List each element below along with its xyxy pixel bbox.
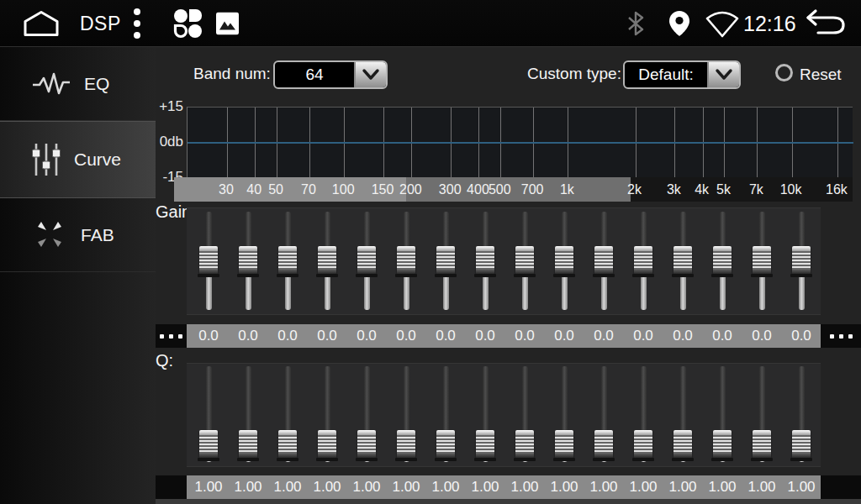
- chevron-down-icon[interactable]: [707, 62, 739, 87]
- slider-knob[interactable]: [515, 246, 534, 275]
- slider-knob[interactable]: [594, 430, 613, 459]
- gain-value: 0.0: [712, 324, 732, 348]
- frequency-tick-label: 3k: [667, 177, 681, 202]
- slider-knob-flange: [632, 458, 654, 461]
- back-icon[interactable]: [801, 7, 847, 40]
- q-slider[interactable]: [670, 363, 695, 467]
- gain-slider[interactable]: [196, 207, 221, 315]
- slider-track-upper: [720, 366, 726, 430]
- slider-knob[interactable]: [239, 430, 257, 459]
- slider-knob[interactable]: [753, 246, 771, 275]
- sidebar-item-curve[interactable]: Curve: [0, 121, 156, 198]
- frequency-tick-label: 7k: [749, 177, 763, 202]
- slider-knob[interactable]: [594, 246, 613, 275]
- slider-knob-flange: [751, 274, 773, 277]
- gain-slider[interactable]: [512, 207, 537, 315]
- slider-knob[interactable]: [397, 246, 415, 275]
- q-slider[interactable]: [275, 363, 300, 467]
- slider-knob[interactable]: [634, 246, 652, 275]
- bottom-scroll-bar[interactable]: [156, 499, 861, 504]
- gain-slider[interactable]: [552, 207, 577, 315]
- gain-slider[interactable]: [591, 207, 616, 315]
- q-slider[interactable]: [552, 363, 577, 467]
- q-slider[interactable]: [196, 363, 221, 467]
- slider-knob[interactable]: [555, 430, 573, 459]
- more-bands-left-button[interactable]: [156, 324, 187, 348]
- slider-knob[interactable]: [673, 246, 692, 275]
- slider-knob[interactable]: [239, 246, 257, 275]
- slider-knob[interactable]: [515, 430, 534, 459]
- gain-value: 0.0: [198, 324, 219, 348]
- gain-slider[interactable]: [394, 207, 419, 315]
- overflow-menu-icon[interactable]: [133, 8, 141, 39]
- slider-knob[interactable]: [436, 430, 455, 459]
- gallery-icon[interactable]: [216, 12, 239, 34]
- gain-slider[interactable]: [710, 207, 735, 315]
- slider-knob[interactable]: [278, 430, 297, 459]
- q-slider[interactable]: [314, 363, 340, 467]
- gain-slider[interactable]: [354, 207, 379, 315]
- slider-knob-flange: [277, 274, 298, 277]
- slider-knob[interactable]: [436, 246, 455, 275]
- slider-track-upper: [641, 366, 647, 430]
- gain-slider[interactable]: [235, 207, 261, 315]
- q-slider[interactable]: [789, 363, 814, 467]
- gain-slider[interactable]: [631, 207, 656, 315]
- frequency-tick-label: 400: [467, 177, 489, 202]
- apps-icon[interactable]: [171, 7, 204, 40]
- sidebar-item-fab[interactable]: FAB: [0, 198, 156, 272]
- band-num-select[interactable]: 64: [273, 60, 388, 89]
- q-value: 1.00: [747, 475, 775, 499]
- gain-value: 0.0: [791, 324, 811, 348]
- q-slider[interactable]: [473, 363, 498, 467]
- slider-track-lower: [285, 276, 291, 310]
- slider-knob[interactable]: [318, 430, 336, 459]
- q-slider[interactable]: [631, 363, 656, 467]
- slider-knob[interactable]: [357, 430, 376, 459]
- slider-knob[interactable]: [199, 246, 218, 275]
- slider-knob-flange: [632, 274, 654, 277]
- slider-knob-flange: [790, 274, 812, 277]
- gain-slider[interactable]: [789, 207, 814, 315]
- custom-type-select[interactable]: Default:: [623, 60, 741, 89]
- slider-knob[interactable]: [278, 246, 297, 275]
- gain-value: 0.0: [396, 324, 416, 348]
- chevron-down-icon[interactable]: [354, 62, 386, 87]
- gain-slider[interactable]: [670, 207, 695, 315]
- gain-slider[interactable]: [275, 207, 300, 315]
- slider-knob[interactable]: [199, 430, 218, 459]
- reset-radio[interactable]: [775, 64, 793, 81]
- slider-knob[interactable]: [476, 430, 494, 459]
- gain-slider[interactable]: [314, 207, 340, 315]
- slider-knob[interactable]: [634, 430, 652, 459]
- q-value: 1.00: [234, 475, 261, 499]
- gain-slider[interactable]: [473, 207, 498, 315]
- home-icon[interactable]: [22, 9, 61, 37]
- sidebar-item-eq[interactable]: EQ: [0, 47, 156, 121]
- slider-knob-flange: [553, 274, 575, 277]
- band-num-value: 64: [275, 62, 354, 87]
- slider-knob[interactable]: [397, 430, 415, 459]
- slider-knob[interactable]: [713, 246, 732, 275]
- more-bands-right-button[interactable]: [821, 324, 861, 348]
- slider-knob[interactable]: [476, 246, 494, 275]
- q-slider[interactable]: [354, 363, 379, 467]
- slider-knob-flange: [672, 458, 694, 461]
- slider-knob[interactable]: [792, 430, 811, 459]
- q-slider[interactable]: [710, 363, 735, 467]
- q-slider[interactable]: [749, 363, 774, 467]
- q-slider[interactable]: [591, 363, 616, 467]
- slider-knob[interactable]: [713, 430, 732, 459]
- gain-slider[interactable]: [749, 207, 774, 315]
- q-slider[interactable]: [394, 363, 419, 467]
- q-slider[interactable]: [235, 363, 261, 467]
- q-slider[interactable]: [512, 363, 537, 467]
- q-slider[interactable]: [433, 363, 458, 467]
- gain-slider[interactable]: [433, 207, 458, 315]
- slider-knob[interactable]: [673, 430, 692, 459]
- slider-knob[interactable]: [753, 430, 771, 459]
- slider-knob[interactable]: [792, 246, 811, 275]
- slider-knob[interactable]: [318, 246, 336, 275]
- slider-knob[interactable]: [357, 246, 376, 275]
- slider-knob[interactable]: [555, 246, 573, 275]
